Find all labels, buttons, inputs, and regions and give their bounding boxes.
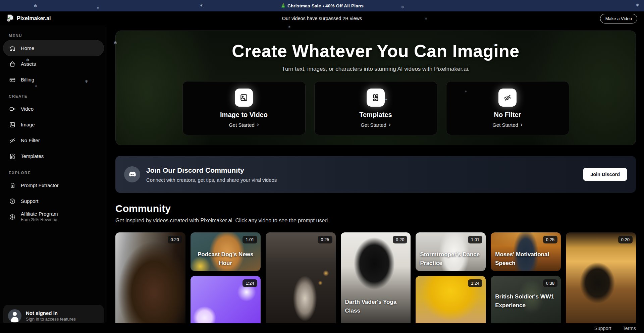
sidebar-item-label: Prompt Extractor: [21, 182, 59, 188]
sidebar-item-label: Video: [21, 106, 34, 112]
make-a-video-button[interactable]: Make a Video: [600, 14, 637, 23]
video-card-wizard[interactable]: 0:25: [266, 232, 336, 330]
eye-off-icon: [9, 137, 16, 144]
sidebar-item-label: Image: [21, 122, 35, 127]
account-hint: Sign in to access features: [26, 317, 76, 322]
video-card-figurine[interactable]: 1:24: [416, 276, 486, 330]
video-card-gorilla[interactable]: 0:20: [115, 232, 185, 330]
credit-card-icon: [9, 76, 16, 83]
account-status: Not signed in: [26, 310, 76, 316]
discord-banner: Join Our Discord Community Connect with …: [115, 156, 636, 193]
video-title: Moses' Motivational Speech: [495, 250, 556, 267]
get-started-link[interactable]: Get Started: [361, 122, 391, 128]
avatar: [8, 309, 21, 323]
duration-badge: 1:24: [243, 279, 257, 287]
community-video-grid: 0:20 1:01 Podcast Dog's News Hour 1:24 0…: [115, 232, 636, 330]
discord-subtitle: Connect with creators, get tips, and sha…: [146, 177, 277, 183]
question-circle-icon: [9, 198, 16, 205]
video-card-purple-orbs[interactable]: 1:24: [191, 276, 261, 330]
sale-banner-text: 🎄 Christmas Sale • 40% Off All Plans: [280, 3, 364, 8]
video-camera-icon: [9, 105, 16, 112]
community-subtitle: Get inspired by videos created with Pixe…: [115, 218, 636, 224]
video-title: Darth Vader's Yoga Class: [345, 298, 407, 315]
sidebar: MENU Home Assets Billing CREATE Video: [0, 25, 107, 333]
bag-icon: [9, 60, 16, 67]
image-to-video-card[interactable]: Image to Video Get Started: [182, 81, 306, 135]
dollar-circle-icon: [9, 213, 16, 220]
sidebar-section-create: CREATE: [9, 94, 98, 98]
discord-title: Join Our Discord Community: [146, 166, 277, 174]
video-card-podcast-dog[interactable]: 1:01 Podcast Dog's News Hour: [191, 232, 261, 271]
sidebar-item-home[interactable]: Home: [3, 40, 104, 56]
footer-link-support[interactable]: Support: [594, 326, 611, 331]
brand-logo[interactable]: Pixelmaker.ai: [7, 14, 51, 22]
duration-badge: 1:24: [468, 279, 482, 287]
duration-badge: 1:01: [243, 236, 257, 243]
video-title: British Soldier's WW1 Experience: [495, 292, 556, 310]
home-icon: [9, 45, 16, 52]
eye-off-icon: [498, 89, 517, 107]
templates-icon: [367, 89, 385, 107]
sidebar-item-label: Affiliate Program: [21, 211, 58, 217]
community-title: Community: [115, 203, 636, 214]
sidebar-item-sublabel: Earn 25% Revenue: [21, 217, 58, 223]
duration-badge: 0:20: [168, 236, 182, 243]
sidebar-item-label: Assets: [21, 61, 36, 67]
hero-subtitle: Turn text, images, or characters into st…: [116, 66, 636, 72]
sidebar-item-prompt-extractor[interactable]: Prompt Extractor: [3, 177, 104, 193]
card-title: No Filter: [494, 111, 521, 119]
templates-card[interactable]: Templates Get Started: [314, 81, 437, 135]
video-title: Stormtrooper's Dance Practice: [420, 250, 481, 267]
sidebar-item-affiliate-program[interactable]: Affiliate Program Earn 25% Revenue: [3, 209, 104, 225]
grid-icon: [9, 153, 16, 160]
video-card-ww1-soldier[interactable]: 0:38 British Soldier's WW1 Experience: [491, 276, 561, 330]
duration-badge: 0:25: [543, 236, 557, 243]
card-title: Image to Video: [220, 111, 268, 119]
broken-image-logo-icon: [7, 14, 14, 22]
video-card-barista[interactable]: 0:20: [566, 232, 636, 330]
no-filter-card[interactable]: No Filter Get Started: [446, 81, 569, 135]
video-card-darth-vader[interactable]: 0:20 Darth Vader's Yoga Class: [341, 232, 411, 330]
sidebar-item-label: Home: [21, 45, 34, 51]
video-title: Podcast Dog's News Hour: [195, 250, 256, 267]
hero-section: Create Whatever You Can Imagine Turn tex…: [115, 31, 636, 145]
footer: Support Terms: [0, 323, 644, 333]
sidebar-item-billing[interactable]: Billing: [3, 72, 104, 88]
join-discord-button[interactable]: Join Discord: [583, 168, 627, 181]
sidebar-item-label: Billing: [21, 77, 34, 82]
duration-badge: 0:20: [393, 236, 407, 243]
hero-title: Create Whatever You Can Imagine: [116, 41, 636, 61]
sidebar-item-templates[interactable]: Templates: [3, 148, 104, 164]
sidebar-section-explore: EXPLORE: [9, 171, 98, 175]
duration-badge: 1:01: [468, 236, 482, 243]
hero-cards: Image to Video Get Started Templates Get…: [116, 81, 636, 135]
sidebar-item-label: Templates: [21, 153, 44, 159]
image-icon: [9, 121, 16, 128]
get-started-link[interactable]: Get Started: [492, 122, 523, 128]
card-title: Templates: [359, 111, 392, 119]
video-card-stormtrooper[interactable]: 1:01 Stormtrooper's Dance Practice: [416, 232, 486, 271]
content-row: MENU Home Assets Billing CREATE Video: [0, 25, 644, 333]
footer-link-terms[interactable]: Terms: [623, 326, 636, 331]
sidebar-item-no-filter[interactable]: No Filter: [3, 132, 104, 148]
discord-icon: [124, 166, 140, 182]
app-header: Pixelmaker.ai Our videos have surpassed …: [0, 11, 644, 25]
duration-badge: 0:25: [318, 236, 332, 243]
video-card-moses[interactable]: 0:25 Moses' Motivational Speech: [491, 232, 561, 271]
sidebar-item-label: No Filter: [21, 137, 40, 143]
sale-banner: 🎄 Christmas Sale • 40% Off All Plans: [0, 0, 644, 11]
document-icon: [9, 182, 16, 189]
image-to-video-icon: [235, 89, 253, 107]
sidebar-item-video[interactable]: Video: [3, 101, 104, 117]
duration-badge: 0:20: [618, 236, 633, 243]
sidebar-item-assets[interactable]: Assets: [3, 56, 104, 72]
main-content: Create Whatever You Can Imagine Turn tex…: [107, 25, 644, 333]
sidebar-item-support[interactable]: Support: [3, 193, 104, 209]
sidebar-section-menu: MENU: [9, 34, 98, 38]
sidebar-item-image[interactable]: Image: [3, 117, 104, 132]
get-started-link[interactable]: Get Started: [229, 122, 259, 128]
duration-badge: 0:38: [543, 279, 557, 287]
sidebar-item-label: Support: [21, 198, 39, 204]
views-tagline: Our videos have surpassed 2B views: [282, 16, 362, 21]
brand-name: Pixelmaker.ai: [17, 15, 51, 21]
